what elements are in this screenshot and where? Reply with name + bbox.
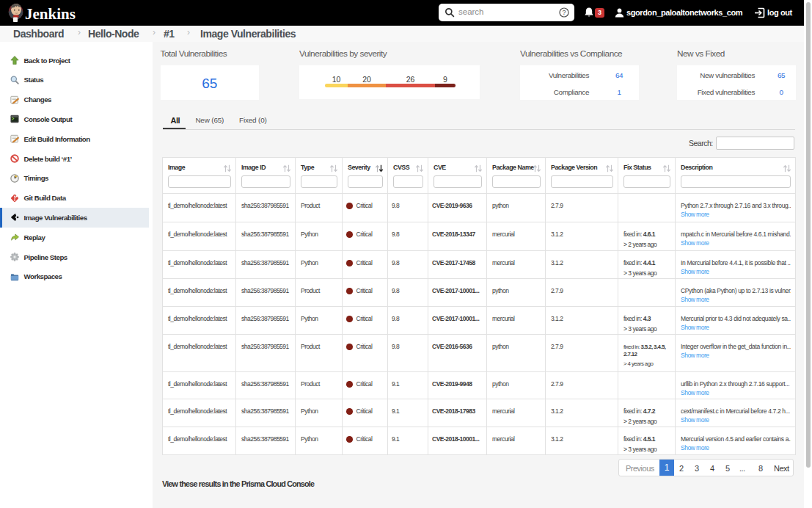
svg-text:?: ? bbox=[562, 9, 566, 16]
